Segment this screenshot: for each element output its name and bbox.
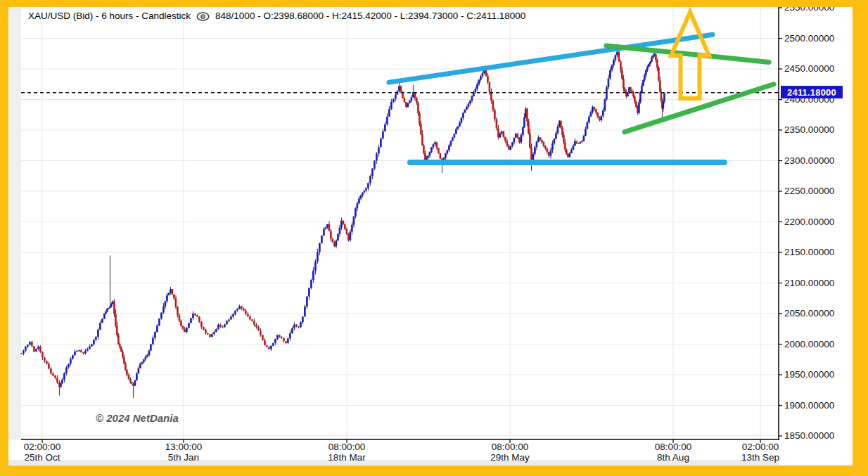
candlestick-chart xyxy=(0,0,868,476)
y-axis-label: 2350.00000 xyxy=(784,124,834,135)
y-axis-label: 2000.00000 xyxy=(784,339,834,349)
y-axis-label: 2500.00000 xyxy=(784,33,834,44)
y-axis-label: 2050.00000 xyxy=(784,308,834,319)
eye-icon[interactable] xyxy=(196,12,210,21)
y-axis-label: 2100.00000 xyxy=(784,278,834,288)
x-axis-label: 02:00:0025th Oct xyxy=(4,442,81,463)
current-price-label: 2411.18000 xyxy=(781,86,843,98)
axes xyxy=(21,7,782,443)
x-axis-label: 02:00:0013th Sep xyxy=(722,442,799,463)
y-axis-label: 2150.00000 xyxy=(784,247,834,257)
upper-green-trendline[interactable] xyxy=(606,46,769,62)
y-axis-label: 2250.00000 xyxy=(784,186,834,196)
current-price-value: 2411.18000 xyxy=(787,87,836,98)
gridlines xyxy=(21,7,779,439)
x-axis-label: 08:00:008th Aug xyxy=(634,442,712,463)
chart-title: XAU/USD (Bid) - 6 hours - Candlestick xyxy=(28,11,191,21)
x-axis-label: 08:00:0018th Mar xyxy=(308,442,385,463)
gold-border-left xyxy=(0,0,8,476)
gold-border-right xyxy=(853,0,868,476)
chart-ohlc-readout: 848/1000 - O:2398.68000 - H:2415.42000 -… xyxy=(215,11,525,21)
chart-header: XAU/USD (Bid) - 6 hours - Candlestick 84… xyxy=(28,11,525,21)
gold-border-top xyxy=(0,0,868,7)
x-axis-label: 08:00:0029th May xyxy=(471,442,549,463)
y-axis-label: 1850.00000 xyxy=(784,430,834,441)
rising-resistance-trendline[interactable] xyxy=(389,34,713,82)
y-axis-label: 2200.00000 xyxy=(784,217,834,227)
x-axis-label: 13:00:005th Jan xyxy=(145,442,222,463)
chart-window: XAU/USD (Bid) - 6 hours - Candlestick 84… xyxy=(0,0,868,476)
gold-border-bottom xyxy=(0,465,868,476)
netdania-watermark: © 2024 NetDania xyxy=(96,412,179,424)
y-axis-label: 1900.00000 xyxy=(784,400,834,411)
y-axis-label: 2300.00000 xyxy=(784,155,834,166)
y-axis-label: 1950.00000 xyxy=(784,369,834,380)
y-axis-label: 2450.00000 xyxy=(784,63,834,74)
